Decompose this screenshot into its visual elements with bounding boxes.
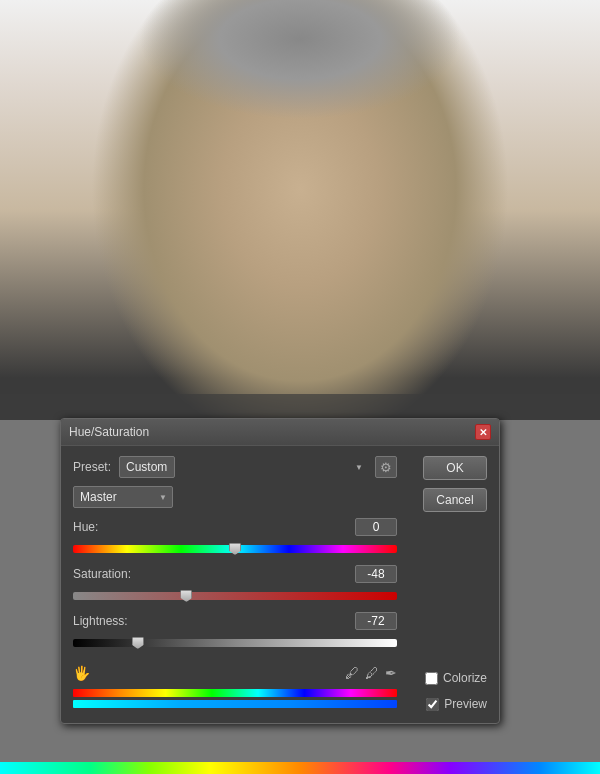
preset-label: Preset: [73, 460, 113, 474]
ok-button[interactable]: OK [423, 456, 487, 480]
hue-slider-group: Hue: [73, 518, 397, 559]
colorize-row: Colorize [425, 671, 487, 685]
hair-overlay [50, 0, 550, 130]
saturation-slider-group: Saturation: [73, 565, 397, 606]
hue-thumb[interactable] [229, 543, 241, 555]
saturation-track-container [73, 586, 397, 606]
spectrum-bar-top [73, 689, 397, 697]
bottom-gradient-bar [0, 762, 600, 774]
channel-dropdown-wrapper: Master [73, 486, 173, 508]
close-button[interactable]: ✕ [475, 424, 491, 440]
preset-dropdown[interactable]: Custom [119, 456, 175, 478]
gear-button[interactable]: ⚙ [375, 456, 397, 478]
saturation-track[interactable] [73, 592, 397, 600]
saturation-header: Saturation: [73, 565, 397, 583]
hue-track[interactable] [73, 545, 397, 553]
lightness-label: Lightness: [73, 614, 128, 628]
hue-header: Hue: [73, 518, 397, 536]
dialog-titlebar: Hue/Saturation ✕ [61, 419, 499, 446]
photo-background [0, 0, 600, 420]
saturation-label: Saturation: [73, 567, 131, 581]
colorize-label: Colorize [443, 671, 487, 685]
channel-row: Master [73, 486, 397, 508]
eyedropper-sample-icon[interactable]: 🖋 [345, 665, 359, 681]
saturation-value-input[interactable] [355, 565, 397, 583]
lightness-thumb[interactable] [132, 637, 144, 649]
bottom-tools: 🖐 🖋 🖊 ✒ [73, 661, 397, 681]
lightness-slider-group: Lightness: [73, 612, 397, 653]
preset-row: Preset: Custom ⚙ [73, 456, 397, 478]
saturation-thumb[interactable] [180, 590, 192, 602]
cancel-button[interactable]: Cancel [423, 488, 487, 512]
hue-value-input[interactable] [355, 518, 397, 536]
lightness-track[interactable] [73, 639, 397, 647]
eyedropper-plus-icon[interactable]: 🖊 [365, 665, 379, 681]
lightness-value-input[interactable] [355, 612, 397, 630]
right-panel: OK Cancel Colorize Preview [407, 456, 487, 711]
preview-row: Preview [426, 697, 487, 711]
tool-icons-right: 🖋 🖊 ✒ [345, 665, 397, 681]
preview-checkbox[interactable] [426, 698, 439, 711]
left-panel: Preset: Custom ⚙ Master H [73, 456, 397, 711]
colorize-checkbox[interactable] [425, 672, 438, 685]
eyedropper-minus-icon[interactable]: ✒ [385, 665, 397, 681]
color-bars [73, 689, 397, 708]
dialog-content: Preset: Custom ⚙ Master H [61, 446, 499, 723]
spectrum-bar-bottom [73, 700, 397, 708]
dialog-title: Hue/Saturation [69, 425, 149, 439]
channel-dropdown[interactable]: Master [73, 486, 173, 508]
preview-label: Preview [444, 697, 487, 711]
hue-track-container [73, 539, 397, 559]
preset-dropdown-wrapper: Custom [119, 456, 369, 478]
hue-label: Hue: [73, 520, 98, 534]
lightness-track-container [73, 633, 397, 653]
lightness-header: Lightness: [73, 612, 397, 630]
hue-saturation-dialog: Hue/Saturation ✕ Preset: Custom ⚙ Maste [60, 418, 500, 724]
eyedropper-icon[interactable]: 🖐 [73, 665, 90, 681]
